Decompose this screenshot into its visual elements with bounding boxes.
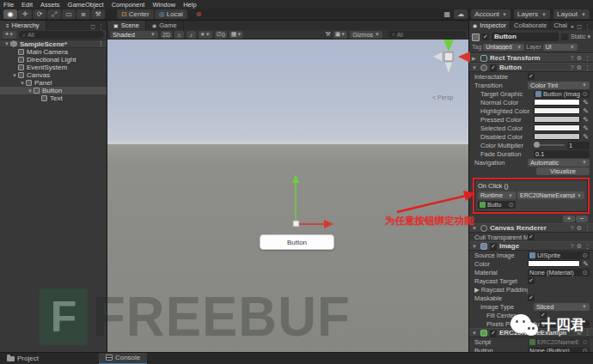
slider-knob[interactable]	[534, 142, 540, 148]
help-icon[interactable]: ?	[571, 64, 574, 70]
tools-icon[interactable]: ⚒	[325, 31, 330, 38]
scene-viewport[interactable]: Button < Persp	[107, 39, 468, 352]
hierarchy-item-directional-light[interactable]: Directional Light	[0, 56, 107, 64]
layers-dropdown[interactable]: Layers▼	[514, 9, 550, 19]
scene-effects-dropdown[interactable]: ∗ ▼	[199, 31, 212, 39]
object-picker-icon[interactable]: ⊙	[582, 269, 588, 276]
menu-window[interactable]: Window	[152, 1, 175, 9]
preset-icon[interactable]: ⚙	[577, 330, 582, 337]
tab-scroll-icon[interactable]: ▸	[572, 23, 575, 30]
eyedropper-icon[interactable]: ✎	[582, 107, 590, 115]
snap-icon[interactable]: ⊗	[196, 10, 202, 18]
tab-console[interactable]: Console	[99, 353, 147, 364]
lock-icon[interactable]: ◻	[577, 23, 582, 30]
image-component-header[interactable]: ▼ ✓ Image ?⚙⋮	[469, 241, 593, 251]
shading-mode-dropdown[interactable]: Shaded▼	[110, 31, 158, 39]
preset-icon[interactable]: ⚙	[577, 55, 582, 62]
view-tool-button[interactable]: ◉	[3, 9, 17, 19]
help-icon[interactable]: ?	[571, 55, 574, 61]
onclick-function-dropdown[interactable]: ERC20NameExample.C▼	[517, 191, 584, 199]
pressed-color-swatch[interactable]	[534, 116, 580, 123]
transition-dropdown[interactable]: Color Tint▼	[528, 82, 590, 89]
hierarchy-item-main-camera[interactable]: Main Camera	[0, 48, 107, 56]
tab-collaborate[interactable]: Collaborate	[510, 21, 551, 30]
scene-lighting-toggle[interactable]: ☼	[174, 31, 184, 39]
menu-file[interactable]: File	[3, 1, 14, 9]
account-dropdown[interactable]: Account▼	[471, 9, 510, 19]
onclick-target-field[interactable]: Butto ⊙	[478, 201, 516, 209]
grid-snap-icon[interactable]: ▦	[444, 10, 451, 18]
transform-tool-button[interactable]: ⧈	[76, 9, 90, 19]
component-enabled-checkbox[interactable]: ✓	[490, 330, 497, 337]
checkbox[interactable]: ✓	[528, 73, 535, 80]
hierarchy-search-input[interactable]: ⌕ All	[19, 31, 104, 39]
checkbox[interactable]: ✓	[528, 277, 535, 284]
hierarchy-item-text[interactable]: Text	[0, 94, 107, 102]
active-checkbox[interactable]: ✓	[482, 33, 489, 40]
tag-dropdown[interactable]: Untagged▼	[483, 44, 524, 51]
move-tool-button[interactable]: ✛	[18, 9, 32, 19]
eyedropper-icon[interactable]: ✎	[582, 116, 590, 124]
target graphic-object-field[interactable]: Button (Image⊙	[534, 90, 590, 98]
onclick-add-button[interactable]: +	[563, 215, 575, 222]
layer-dropdown[interactable]: UI▼	[543, 44, 578, 51]
eyedropper-icon[interactable]: ✎	[582, 124, 590, 132]
persp-label[interactable]: < Persp	[432, 94, 453, 100]
image-type-dropdown[interactable]: Sliced▼	[534, 303, 590, 311]
onclick-remove-button[interactable]: −	[576, 215, 588, 222]
selected-color-swatch[interactable]	[534, 124, 580, 131]
preset-icon[interactable]: ⚙	[577, 225, 582, 232]
gameobject-name-field[interactable]: Button	[492, 33, 559, 41]
pivot-center-button[interactable]: ⊡ Center	[117, 9, 154, 19]
script-component-header[interactable]: ▼ ✓ ERC20NameExample (Sc ⚙⋮	[469, 328, 593, 337]
slider-track[interactable]	[534, 144, 565, 146]
hierarchy-create-button[interactable]: +▼	[3, 31, 16, 39]
menu-edit[interactable]: Edit	[21, 1, 33, 9]
static-label[interactable]: Static ▾	[571, 33, 590, 40]
2d-toggle[interactable]: 2D	[161, 31, 172, 39]
preset-icon[interactable]: ⚙	[577, 64, 582, 71]
preset-icon[interactable]: ⚙	[577, 243, 582, 250]
foldout-icon[interactable]: ▼	[27, 88, 34, 94]
scene-visibility-toggle[interactable]: ∅0	[215, 31, 227, 39]
kebab-menu-icon[interactable]: ⋮	[584, 55, 590, 62]
highlighted-color-swatch[interactable]	[534, 107, 580, 114]
hierarchy-item-button[interactable]: ▼Button	[0, 87, 107, 94]
pixels-per-unit-mu-field[interactable]: 1	[540, 320, 590, 328]
kebab-menu-icon[interactable]: ⋮	[98, 40, 107, 47]
scale-tool-button[interactable]: ⤢	[47, 9, 61, 19]
tab-project[interactable]: Project	[0, 353, 46, 364]
tab-inspector[interactable]: ◉ Inspector	[469, 21, 510, 30]
disabled-color-swatch[interactable]	[534, 133, 580, 140]
foldout-icon[interactable]: ▼	[11, 73, 18, 78]
menu-gameobject[interactable]: GameObject	[68, 1, 104, 9]
kebab-menu-icon[interactable]: ⋮	[584, 243, 590, 250]
eyedropper-icon[interactable]: ✎	[582, 260, 590, 268]
rect-tool-button[interactable]: ▭	[62, 9, 76, 19]
onclick-runtime-dropdown[interactable]: Runtime▼	[478, 191, 516, 199]
menu-component[interactable]: Component	[112, 1, 145, 9]
kebab-menu-icon[interactable]: ⋮	[584, 23, 590, 30]
canvas-renderer-header[interactable]: ▼ Canvas Renderer ?⚙⋮	[469, 223, 593, 233]
slider[interactable]: 1	[534, 142, 590, 149]
gizmos-dropdown[interactable]: Gizmos▼	[350, 31, 382, 39]
grid-dropdown[interactable]: ▦ ▼	[229, 31, 244, 39]
visualize-button[interactable]: Visualize	[536, 167, 590, 175]
cloud-button[interactable]: ☁	[454, 9, 468, 19]
object-picker-icon[interactable]: ⊙	[508, 201, 514, 209]
layout-dropdown[interactable]: Layout▼	[553, 9, 590, 19]
kebab-menu-icon[interactable]: ⋮	[98, 23, 104, 30]
rotate-tool-button[interactable]: ⟳	[33, 9, 46, 19]
fade-duration-field[interactable]: 0.1	[534, 150, 590, 158]
hierarchy-item-panel[interactable]: ▼Panel	[0, 79, 107, 87]
custom-tool-button[interactable]: ⚒	[91, 9, 105, 19]
scene-search-input[interactable]: ⌕ All	[388, 31, 466, 38]
checkbox[interactable]: ✓	[540, 312, 547, 318]
scene-ui-button[interactable]: Button	[260, 234, 334, 250]
eyedropper-icon[interactable]: ✎	[582, 133, 590, 141]
foldout-icon[interactable]: ▼	[3, 41, 10, 46]
kebab-menu-icon[interactable]: ⋮	[584, 330, 590, 337]
tab-hierarchy[interactable]: ≡ Hierarchy	[0, 21, 46, 30]
pivot-local-button[interactable]: ◎ Local	[155, 9, 187, 19]
menu-help[interactable]: Help	[183, 1, 196, 9]
